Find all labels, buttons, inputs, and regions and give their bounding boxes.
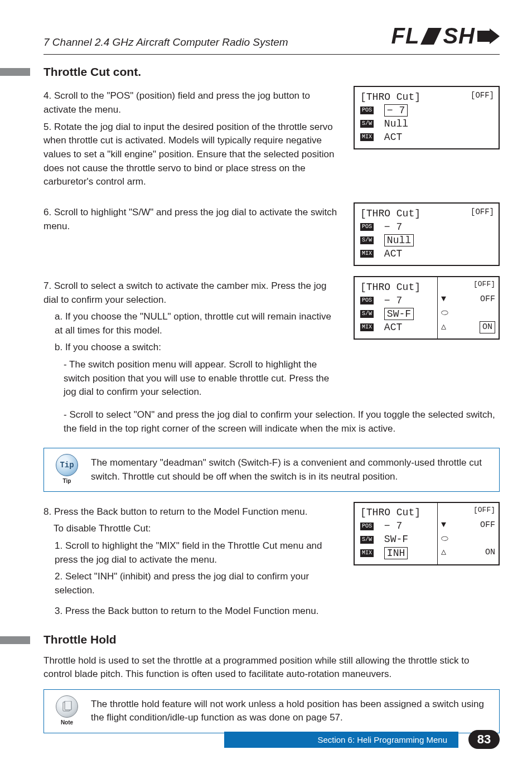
switch-mid-icon: ⬭ bbox=[441, 308, 448, 320]
switch-mid-icon-2: ⬭ bbox=[441, 534, 448, 545]
step-4: 4. Scroll to the "POS" (position) field … bbox=[43, 89, 340, 117]
step-7b-dash1: - The switch position menu will appear. … bbox=[64, 358, 340, 399]
section-marker-2 bbox=[0, 636, 30, 644]
lcd2-off: [OFF] bbox=[471, 207, 494, 217]
lcd3-sw-tag: S/W bbox=[360, 310, 374, 318]
lcd3-off: [OFF] bbox=[473, 279, 495, 289]
lcd4-sw-val: SW-F bbox=[384, 533, 408, 546]
lcd4-off: [OFF] bbox=[473, 505, 495, 515]
lcd3-r-on: ON bbox=[480, 321, 495, 333]
lcd3-title: [THRO Cut] bbox=[360, 280, 420, 294]
note-icon bbox=[56, 695, 78, 718]
note-label: Note bbox=[51, 719, 83, 727]
lcd3-pos-tag: POS bbox=[360, 297, 374, 304]
step-7a: a. If you choose the "NULL" option, thro… bbox=[55, 310, 340, 337]
lcd-screen-3: [THRO Cut] POS − 7 S/W SW-F MIX ACT [OFF… bbox=[354, 276, 500, 340]
brand-arrow-icon bbox=[476, 28, 500, 44]
disable-2: 2. Select "INH" (inhibit) and press the … bbox=[55, 570, 340, 597]
brand-logo: FL SH bbox=[391, 23, 500, 49]
lcd3-mix-val: ACT bbox=[384, 321, 402, 335]
lcd1-sw-tag: S/W bbox=[360, 120, 374, 128]
lcd2-pos-val: − 7 bbox=[384, 220, 402, 234]
lcd4-mix-val: INH bbox=[384, 547, 408, 559]
page-number: 83 bbox=[468, 730, 500, 749]
switch-down-icon: ▼ bbox=[441, 294, 446, 306]
tip-callout: Tip Tip The momentary "deadman" switch (… bbox=[43, 448, 500, 492]
lcd4-pos-val: − 7 bbox=[384, 519, 402, 533]
lcd2-mix-tag: MIX bbox=[360, 250, 374, 258]
lcd4-mix-tag: MIX bbox=[360, 549, 374, 557]
tip-text: The momentary "deadman" switch (Switch-F… bbox=[91, 456, 492, 483]
footer-section-label: Section 6: Heli Programming Menu bbox=[224, 732, 458, 748]
lcd2-sw-val: Null bbox=[384, 234, 414, 246]
brand-text-a: FL bbox=[391, 23, 420, 49]
step-7b: b. If you choose a switch: bbox=[55, 341, 340, 355]
lcd1-off: [OFF] bbox=[471, 90, 494, 101]
lcd3-r-off: OFF bbox=[480, 294, 495, 306]
lcd2-sw-tag: S/W bbox=[360, 236, 374, 244]
lcd4-title: [THRO Cut] bbox=[360, 506, 420, 520]
step-5: 5. Rotate the jog dial to input the desi… bbox=[43, 120, 340, 189]
tip-icon: Tip bbox=[56, 454, 78, 476]
note-text: The throttle hold feature will not work … bbox=[91, 698, 492, 725]
lcd3-sw-val: SW-F bbox=[384, 308, 414, 320]
lcd3-mix-tag: MIX bbox=[360, 323, 374, 331]
note-callout: Note The throttle hold feature will not … bbox=[43, 689, 500, 733]
lcd3-pos-val: − 7 bbox=[384, 294, 402, 308]
step-7-intro: 7. Scroll to select a switch to activate… bbox=[43, 279, 340, 307]
section-marker bbox=[0, 68, 30, 76]
lcd1-pos-tag: POS bbox=[360, 107, 374, 114]
step-7b-dash2: - Scroll to select "ON" and press the jo… bbox=[64, 408, 500, 436]
section-title-throttle-cut: Throttle Cut cont. bbox=[43, 64, 141, 80]
lcd2-mix-val: ACT bbox=[384, 247, 402, 261]
brand-a-icon bbox=[420, 28, 442, 45]
disable-1: 1. Scroll to highlight the "MIX" field i… bbox=[55, 539, 340, 567]
svg-rect-2 bbox=[65, 701, 71, 710]
section-title-throttle-hold: Throttle Hold bbox=[43, 631, 117, 648]
lcd-screen-2: [OFF] [THRO Cut] POS − 7 S/W Null MIX AC… bbox=[354, 202, 500, 266]
throttle-hold-intro: Throttle hold is used to set the throttl… bbox=[43, 654, 500, 681]
lcd1-title: [THRO Cut] bbox=[360, 90, 420, 104]
switch-up-icon: △ bbox=[441, 322, 446, 333]
lcd2-title: [THRO Cut] bbox=[360, 207, 420, 221]
step-8: 8. Press the Back button to return to th… bbox=[43, 505, 340, 519]
disable-3: 3. Press the Back button to return to th… bbox=[55, 604, 500, 618]
lcd2-pos-tag: POS bbox=[360, 223, 374, 231]
lcd4-pos-tag: POS bbox=[360, 523, 374, 530]
tip-label: Tip bbox=[51, 477, 83, 486]
switch-down-icon-2: ▼ bbox=[441, 520, 446, 531]
lcd-screen-1: [OFF] [THRO Cut] POS − 7 S/W Null MIX AC… bbox=[354, 86, 500, 149]
brand-text-b: SH bbox=[443, 23, 475, 49]
lcd1-mix-val: ACT bbox=[384, 130, 402, 144]
lcd1-mix-tag: MIX bbox=[360, 133, 374, 141]
lcd4-sw-tag: S/W bbox=[360, 536, 374, 544]
svg-marker-0 bbox=[420, 28, 442, 45]
lcd1-sw-val: Null bbox=[384, 117, 408, 131]
disable-intro: To disable Throttle Cut: bbox=[54, 522, 340, 536]
lcd1-pos-val: − 7 bbox=[384, 104, 408, 117]
header-subtitle: 7 Channel 2.4 GHz Aircraft Computer Radi… bbox=[43, 36, 288, 49]
step-6: 6. Scroll to highlight "S/W" and press t… bbox=[43, 206, 340, 233]
lcd4-r-off: OFF bbox=[480, 520, 495, 531]
switch-up-icon-2: △ bbox=[441, 547, 446, 559]
lcd-screen-4: [THRO Cut] POS − 7 S/W SW-F MIX INH [OFF… bbox=[354, 502, 500, 565]
lcd4-r-on: ON bbox=[485, 547, 495, 559]
